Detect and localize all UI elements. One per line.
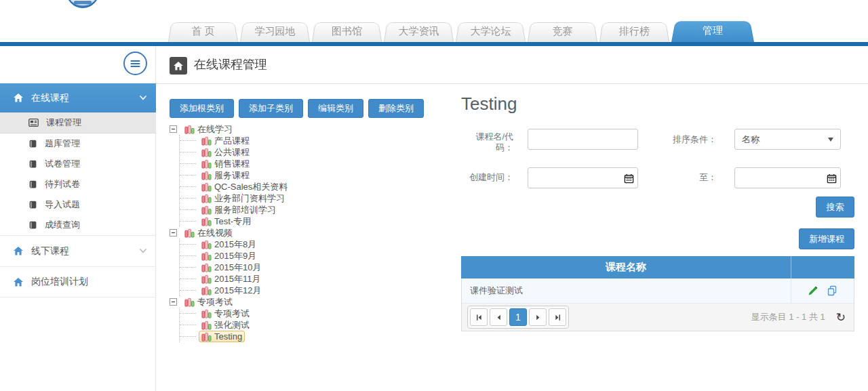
- search-button[interactable]: 搜索: [816, 197, 854, 218]
- sidebar-item-0-4[interactable]: 导入试题: [0, 194, 156, 215]
- book-icon: [28, 160, 37, 169]
- course-name-cell: 课件验证测试: [462, 279, 791, 303]
- sidebar-item-0-2[interactable]: 试卷管理: [0, 154, 156, 174]
- chart-bars-icon: [201, 239, 212, 249]
- column-header-actions: [791, 256, 854, 279]
- tree-collapse-icon[interactable]: [170, 125, 177, 133]
- chart-bars-icon: [201, 320, 212, 330]
- nav-tab-0[interactable]: 首 页: [168, 20, 238, 42]
- copy-button[interactable]: [827, 285, 837, 296]
- tree-child-node[interactable]: 业务部门资料学习: [180, 192, 290, 204]
- tree-child-node[interactable]: 2015年9月: [180, 250, 290, 262]
- calendar-icon[interactable]: [623, 172, 635, 184]
- tree-child-node[interactable]: 2015年8月: [180, 239, 290, 250]
- sidebar-item-0-0[interactable]: 课程管理: [0, 112, 156, 133]
- created-from-label: 创建时间：: [461, 172, 513, 183]
- category-button-1[interactable]: 添加子类别: [239, 99, 303, 118]
- category-button-3[interactable]: 删除类别: [368, 99, 424, 118]
- tab-label: 图书馆: [312, 20, 382, 42]
- content-header: 在线课程管理: [156, 46, 868, 84]
- tree-child-node[interactable]: Test-专用: [180, 215, 290, 227]
- pager-next-button[interactable]: [529, 308, 547, 326]
- chart-bars-icon: [201, 216, 212, 226]
- tree-child-node[interactable]: 专项考试: [180, 308, 290, 319]
- refresh-icon[interactable]: ↻: [836, 312, 846, 323]
- tab-label: 学习园地: [240, 20, 310, 42]
- tree-child-node[interactable]: 公共课程: [180, 146, 290, 158]
- content-body: 添加根类别添加子类别编辑类别删除类别 在线学习产品课程公共课程销售课程服务课程Q…: [156, 84, 868, 391]
- tree-node-box: 在线学习: [182, 123, 235, 135]
- pager-prev-button[interactable]: [490, 308, 507, 326]
- course-panel: Testing 课程名/代码： 排序条件： 名称 创建时间： 至：: [461, 84, 854, 391]
- chart-bars-icon: [201, 251, 212, 261]
- chart-bars-icon: [201, 274, 212, 284]
- tree-node-label: 销售课程: [214, 158, 250, 170]
- sidebar: 在线课程课程管理题库管理试卷管理待判试卷导入试题成绩查询线下课程岗位培训计划: [0, 46, 156, 391]
- sidebar-item-0-1[interactable]: 题库管理: [0, 133, 156, 154]
- tree-child-node[interactable]: 2015年10月: [180, 262, 290, 273]
- tree-child-node[interactable]: Testing: [180, 331, 290, 342]
- category-button-0[interactable]: 添加根类别: [170, 99, 234, 118]
- tree-root-node[interactable]: 在线学习: [170, 123, 290, 135]
- category-button-2[interactable]: 编辑类别: [308, 99, 363, 118]
- sidebar-section-2[interactable]: 岗位培训计划: [0, 266, 156, 297]
- course-table-body: 课件验证测试: [462, 279, 854, 304]
- pager-page-button[interactable]: 1: [509, 308, 527, 326]
- calendar-icon[interactable]: [825, 172, 837, 184]
- edit-button[interactable]: [808, 285, 818, 296]
- sidebar-toggle-button[interactable]: [123, 52, 147, 75]
- add-course-button[interactable]: 新增课程: [799, 228, 854, 249]
- sidebar-item-0-5[interactable]: 成绩查询: [0, 215, 156, 235]
- chart-bars-icon: [201, 285, 212, 295]
- sidebar-item-0-3[interactable]: 待判试卷: [0, 174, 156, 194]
- course-name-input[interactable]: [528, 129, 638, 150]
- tree-child-node[interactable]: 服务部培训学习: [180, 204, 290, 215]
- tree-node-box: Test-专用: [199, 215, 254, 227]
- book-icon: [28, 201, 37, 209]
- home-icon: [14, 94, 23, 102]
- nav-tab-5[interactable]: 竞赛: [528, 20, 597, 42]
- tree-child-node[interactable]: 2015年11月: [180, 273, 290, 285]
- nav-tab-7[interactable]: 管理: [671, 19, 754, 42]
- chart-bars-icon: [201, 205, 212, 215]
- sidebar-item-label: 题库管理: [45, 138, 80, 150]
- table-row[interactable]: 课件验证测试: [462, 279, 854, 304]
- edit-icon: [808, 285, 818, 296]
- tree-collapse-icon[interactable]: [170, 298, 177, 306]
- tree-collapse-icon[interactable]: [170, 229, 177, 236]
- nav-tab-2[interactable]: 图书馆: [312, 20, 382, 42]
- tree-child-node[interactable]: 产品课程: [180, 135, 290, 146]
- pager-last-button[interactable]: [549, 308, 566, 326]
- tree-child-node[interactable]: 服务课程: [180, 169, 290, 181]
- tree-children: 产品课程公共课程销售课程服务课程QC-Sales相关资料业务部门资料学习服务部培…: [179, 135, 290, 227]
- tree-child-node[interactable]: 强化测试: [180, 319, 290, 331]
- page-title: 在线课程管理: [194, 56, 267, 73]
- chart-bars-icon: [201, 193, 212, 203]
- chevron-down-icon: [140, 96, 146, 100]
- nav-tab-3[interactable]: 大学资讯: [384, 20, 454, 42]
- tree-node-label: Test-专用: [214, 215, 251, 228]
- pager-first-button[interactable]: [470, 308, 488, 326]
- chevron-down-icon: [140, 249, 146, 253]
- nav-tab-6[interactable]: 排行榜: [599, 20, 669, 42]
- sidebar-section-label: 线下课程: [31, 245, 140, 258]
- tree-node-label: 2015年10月: [214, 262, 261, 274]
- tree-root-node[interactable]: 专项考试: [170, 296, 290, 308]
- tree-child-node[interactable]: QC-Sales相关资料: [180, 181, 290, 192]
- sidebar-section-0[interactable]: 在线课程: [0, 83, 156, 112]
- nav-tab-4[interactable]: 大学论坛: [456, 20, 526, 42]
- tree-root-node[interactable]: 在线视频: [170, 227, 290, 239]
- tree-node-label: 公共课程: [214, 146, 250, 159]
- chart-bars-icon: [201, 136, 212, 146]
- sidebar-section-1[interactable]: 线下课程: [0, 235, 156, 266]
- tree-node-label: 服务课程: [214, 169, 250, 182]
- tree-child-node[interactable]: 销售课程: [180, 158, 290, 169]
- nav-tab-1[interactable]: 学习园地: [240, 20, 310, 42]
- created-from-input[interactable]: [528, 167, 638, 188]
- chart-bars-icon: [201, 170, 212, 180]
- tree-child-node[interactable]: 2015年12月: [180, 285, 290, 296]
- tree-node-box: 公共课程: [199, 146, 252, 158]
- main-nav-tabs: 首 页学习园地图书馆大学资讯大学论坛竞赛排行榜管理: [168, 19, 754, 42]
- sort-select[interactable]: 名称: [734, 129, 841, 150]
- chart-bars-icon: [184, 124, 195, 134]
